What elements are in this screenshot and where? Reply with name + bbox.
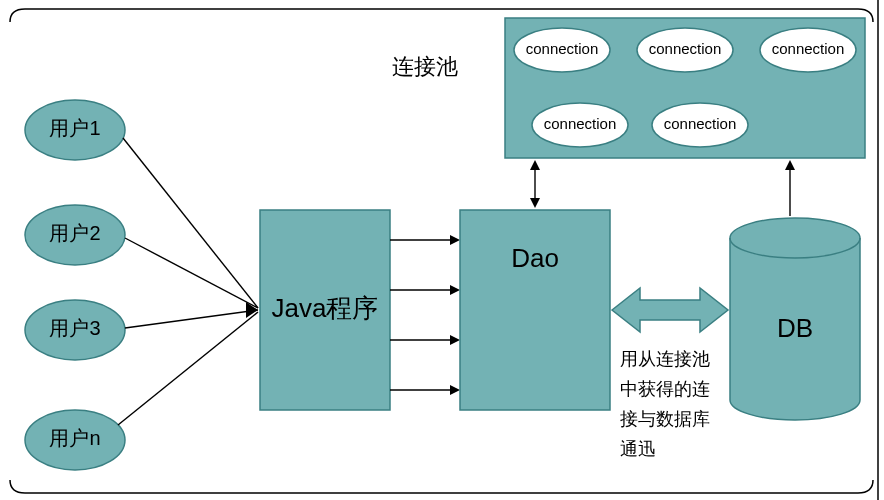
svg-marker-34 bbox=[785, 160, 795, 170]
svg-marker-15 bbox=[450, 335, 460, 345]
connection-1: connection bbox=[514, 28, 610, 72]
db-pool-arrow bbox=[785, 160, 795, 216]
svg-text:connection: connection bbox=[526, 40, 599, 57]
user-n: 用户n bbox=[25, 410, 125, 470]
svg-marker-17 bbox=[450, 385, 460, 395]
svg-marker-13 bbox=[450, 285, 460, 295]
svg-text:connection: connection bbox=[664, 115, 737, 132]
connection-3: connection bbox=[760, 28, 856, 72]
svg-text:connection: connection bbox=[649, 40, 722, 57]
svg-line-6 bbox=[125, 310, 258, 328]
svg-marker-35 bbox=[612, 288, 728, 332]
svg-text:中获得的连: 中获得的连 bbox=[620, 379, 710, 399]
java-program: Java程序 bbox=[260, 210, 390, 410]
dao-db-arrow bbox=[612, 288, 728, 332]
db-cylinder: DB bbox=[730, 218, 860, 420]
svg-line-7 bbox=[118, 312, 258, 425]
user-1-label: 用户1 bbox=[49, 117, 100, 139]
connection-4: connection bbox=[532, 103, 628, 147]
user-2: 用户2 bbox=[25, 205, 125, 265]
java-program-label: Java程序 bbox=[272, 293, 379, 323]
svg-marker-31 bbox=[530, 160, 540, 170]
connection-2: connection bbox=[637, 28, 733, 72]
dao-pool-arrow bbox=[530, 160, 540, 208]
db-label: DB bbox=[777, 313, 813, 343]
dao-box: Dao bbox=[460, 210, 610, 410]
svg-text:接与数据库: 接与数据库 bbox=[620, 409, 710, 429]
connection-note: 用从连接池 中获得的连 接与数据库 通迅 bbox=[620, 349, 710, 459]
svg-rect-18 bbox=[460, 210, 610, 410]
svg-marker-32 bbox=[530, 198, 540, 208]
svg-text:connection: connection bbox=[772, 40, 845, 57]
svg-marker-11 bbox=[450, 235, 460, 245]
pool-label: 连接池 bbox=[392, 54, 458, 79]
user-3: 用户3 bbox=[25, 300, 125, 360]
svg-text:通迅: 通迅 bbox=[620, 439, 656, 459]
connection-pool: connection connection connection connect… bbox=[505, 18, 865, 158]
user-arrows bbox=[118, 138, 258, 425]
connection-5: connection bbox=[652, 103, 748, 147]
svg-text:用从连接池: 用从连接池 bbox=[620, 349, 710, 369]
user-n-label: 用户n bbox=[49, 427, 100, 449]
user-2-label: 用户2 bbox=[49, 222, 100, 244]
svg-point-36 bbox=[730, 218, 860, 258]
svg-line-5 bbox=[125, 238, 258, 308]
user-1: 用户1 bbox=[25, 100, 125, 160]
java-to-dao-arrows bbox=[390, 235, 460, 395]
user-3-label: 用户3 bbox=[49, 317, 100, 339]
svg-line-4 bbox=[123, 138, 258, 308]
svg-text:connection: connection bbox=[544, 115, 617, 132]
architecture-diagram: 用户1 用户2 用户3 用户n Java程序 Dao bbox=[0, 0, 884, 500]
dao-label: Dao bbox=[511, 243, 559, 273]
